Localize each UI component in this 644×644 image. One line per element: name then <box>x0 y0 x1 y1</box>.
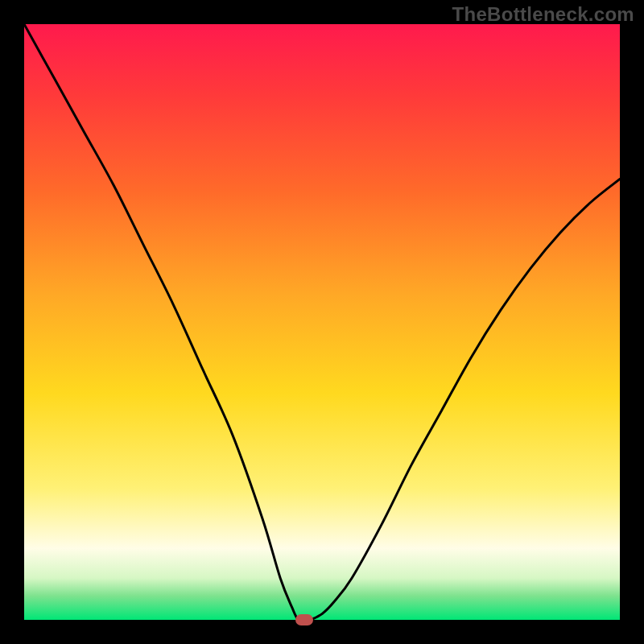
chart-frame: TheBottleneck.com <box>0 0 644 644</box>
plot-area <box>24 24 620 620</box>
bottleneck-curve <box>24 24 620 620</box>
minimum-marker <box>295 614 313 625</box>
watermark-text: TheBottleneck.com <box>452 3 634 26</box>
